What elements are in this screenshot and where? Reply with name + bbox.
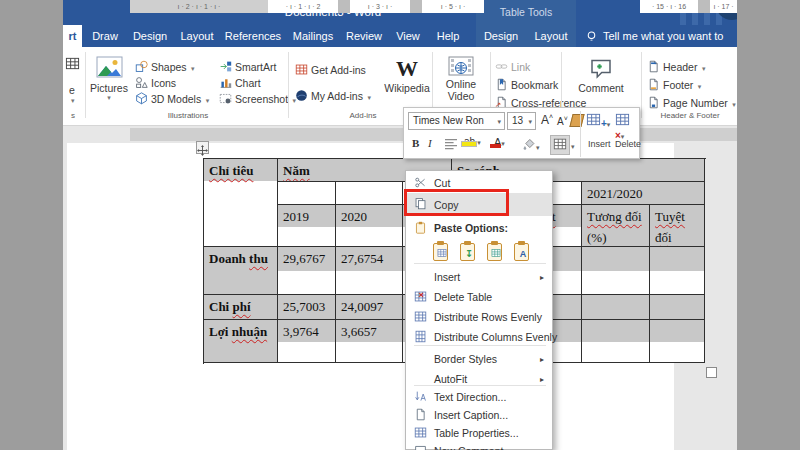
my-addins-button[interactable]: My Add-ins ▾ [295,87,371,102]
styles-button[interactable] [444,138,458,152]
paste-text-only-button[interactable]: A [514,241,532,262]
icons-button[interactable]: Icons [135,74,176,89]
mini-toolbar: Times New Ron▾ 13▾ A˄ A˅ +▾ Insert ×▾ De… [403,107,640,159]
shapes-button[interactable]: Shapes ▾ [135,58,195,73]
ruler-column-marker[interactable] [338,0,350,13]
bookmark-button[interactable]: Bookmark [495,76,558,91]
table-cell-value[interactable]: 25,7003 [278,295,336,320]
smartart-button[interactable]: SmartArt [219,58,276,73]
ruler-segment: · 15 · ı · 16 [640,0,698,13]
table-cell-empty[interactable] [650,320,705,363]
table-cell-tuong-doi[interactable]: Tương đối (%) [582,205,650,247]
paste-nest-table-button[interactable] [487,241,505,262]
menu-item-text-direction[interactable]: Text Direction... [406,387,552,407]
table-cell-empty[interactable] [650,247,705,295]
my-addins-icon [295,89,308,102]
table-cell-empty[interactable] [336,182,403,205]
tab-review[interactable]: Review [341,25,387,47]
paste-keep-source-button[interactable] [433,241,451,262]
highlight-button[interactable]: ab▾ [464,136,481,147]
table-cell-empty[interactable] [582,247,650,295]
menu-item-copy[interactable]: Copy [406,193,552,216]
submenu-arrow-icon: ▸ [540,273,544,282]
3d-models-button[interactable]: 3D Models ▾ [135,90,209,105]
menu-item-new-comment[interactable]: New Comment [406,441,552,450]
paste-merge-table-button[interactable]: ↧ [460,241,478,262]
menu-item-distribute-columns[interactable]: Distribute Columns Evenly [406,327,552,347]
menu-item-autofit[interactable]: AutoFit▸ [406,369,552,389]
table-cell-empty[interactable] [582,320,650,363]
table-cell-chi-tieu[interactable]: Chỉ tiêu [204,159,278,247]
format-painter-button[interactable] [571,114,583,129]
table-cell-2020[interactable]: 2020 [336,205,403,247]
menu-item-table-properties[interactable]: Table Properties... [406,423,552,443]
cutoff-button-label[interactable]: e [69,84,75,96]
tab-mailings[interactable]: Mailings [287,25,339,47]
font-color-button[interactable]: A▾ [494,136,505,148]
grow-font-button[interactable]: A˄ [541,113,553,127]
table-cell-loi-nhuan[interactable]: Lợi nhuận [204,320,278,363]
table-cell-ratio[interactable]: 2021/2020 [582,182,705,205]
menu-item-cut[interactable]: Cut [406,173,552,193]
screenshot-button[interactable]: Screenshot ▾ [219,90,296,105]
ruler-segment: ı · 3 · ı · [350,0,410,13]
shapes-icon [135,60,148,73]
table-icon[interactable] [65,56,80,71]
tab-references[interactable]: References [221,25,285,47]
format-painter-icon [569,114,584,127]
table-cell-empty[interactable] [650,295,705,320]
table-cell-chi-phi[interactable]: Chi phí [204,295,278,320]
tell-me-box[interactable]: Tell me what you want to do [603,25,737,47]
font-size-input[interactable]: 13▾ [507,112,536,130]
menu-item-insert-caption[interactable]: Insert Caption... [406,405,552,425]
menu-item-insert[interactable]: Insert▸ [406,267,552,287]
italic-button[interactable]: I [428,137,432,149]
tab-insert-partial[interactable]: rt [63,25,82,47]
table-cell-value[interactable]: 27,6754 [336,247,403,295]
online-video-button[interactable]: Online Video [436,56,486,102]
table-cell-empty[interactable] [278,182,336,205]
borders-button[interactable] [550,135,570,155]
table-cell-doanh-thu[interactable]: Doanh thu [204,247,278,295]
table-cell-value[interactable]: 29,6767 [278,247,336,295]
tab-table-layout[interactable]: Layout [526,25,576,47]
table-cell-value[interactable]: 3,9764 [278,320,336,363]
table-resize-handle[interactable] [706,367,717,378]
tab-draw[interactable]: Draw [85,25,125,47]
footer-button[interactable]: Footer ▾ [647,76,701,91]
shading-button[interactable]: ▾ [522,137,540,152]
table-move-handle[interactable] [196,141,209,154]
shrink-font-button[interactable]: A˅ [557,115,568,127]
chart-button[interactable]: Chart [219,74,261,89]
table-cell-2019[interactable]: 2019 [278,205,336,247]
wikipedia-button[interactable]: W Wikipedia [383,56,431,94]
link-icon [495,60,508,73]
ruler-column-marker[interactable] [698,0,710,13]
menu-item-delete-table[interactable]: ×Delete Table [406,287,552,307]
screenshot-root: Document3 - Word Table Tools rt Draw Des… [0,0,800,450]
table-cell-value[interactable]: 24,0097 [336,295,403,320]
menu-item-border-styles[interactable]: Border Styles▸ [406,349,552,369]
page-number-button[interactable]: Page Number ▾ [647,94,736,109]
get-addins-button[interactable]: Get Add-ins [295,61,366,76]
ruler-column-marker[interactable] [410,0,422,13]
pictures-button[interactable]: Pictures ▾ [88,56,130,102]
bold-button[interactable]: B [412,137,419,149]
chevron-down-icon: ▾ [536,144,540,151]
tab-table-design[interactable]: Design [476,25,526,47]
table-cell-value[interactable]: 3,6657 [336,320,403,363]
borders-dropdown[interactable]: ▾ [571,139,575,151]
header-button[interactable]: Header ▾ [647,58,705,73]
table-cell-tuyet-doi[interactable]: Tuyệt đối [650,205,705,247]
font-name-input[interactable]: Times New Ron▾ [408,112,505,130]
comment-button[interactable]: Comment [571,56,631,94]
insert-table-button[interactable]: +▾ [586,112,610,129]
lines-icon [444,138,458,150]
tab-design[interactable]: Design [127,25,173,47]
menu-item-distribute-rows[interactable]: Distribute Rows Evenly [406,307,552,327]
delete-table-button[interactable]: ×▾ [615,112,639,141]
tab-layout[interactable]: Layout [175,25,219,47]
table-cell-empty[interactable] [582,295,650,320]
tab-help[interactable]: Help [429,25,467,47]
tab-view[interactable]: View [389,25,427,47]
